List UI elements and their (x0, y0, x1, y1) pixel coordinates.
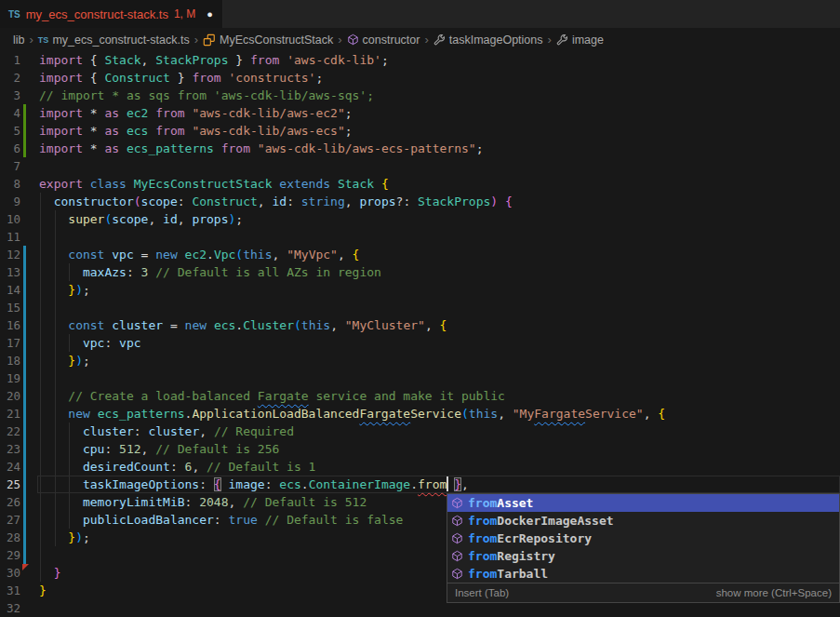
code-text[interactable]: import * as ecs_patterns from "aws-cdk-l… (39, 140, 840, 157)
code-text[interactable]: constructor(scope: Construct, id: string… (39, 193, 840, 210)
code-text[interactable]: const cluster = new ecs.Cluster(this, "M… (39, 316, 840, 334)
gutter[interactable]: 1 (0, 51, 39, 69)
code-text[interactable]: maxAzs: 3 // Default is all AZs in regio… (39, 263, 840, 281)
code-line-13[interactable]: 13 maxAzs: 3 // Default is all AZs in re… (0, 263, 840, 281)
gutter[interactable]: 11 (0, 228, 39, 246)
unsaved-changes-dot-icon[interactable]: ● (207, 8, 213, 20)
code-text[interactable]: super(scope, id, props); (39, 210, 840, 228)
gutter[interactable]: 23 (0, 440, 39, 458)
code-token: ; (381, 53, 389, 67)
gutter[interactable]: 8 (0, 175, 39, 193)
code-line-18[interactable]: 18 }); (0, 352, 840, 369)
code-line-16[interactable]: 16 const cluster = new ecs.Cluster(this,… (0, 316, 840, 334)
code-line-14[interactable]: 14 }); (0, 281, 840, 299)
code-line-23[interactable]: 23 cpu: 512, // Default is 256 (0, 440, 840, 458)
code-text[interactable] (39, 157, 840, 175)
code-line-17[interactable]: 17 vpc: vpc (0, 334, 840, 352)
code-text[interactable]: import * as ecs from "aws-cdk-lib/aws-ec… (39, 122, 840, 140)
gutter[interactable]: 2 (0, 69, 39, 87)
code-text[interactable]: }); (39, 352, 840, 369)
code-line-3[interactable]: 3// import * as sqs from 'aws-cdk-lib/aw… (0, 87, 840, 104)
code-text[interactable] (39, 228, 840, 246)
code-line-20[interactable]: 20 // Create a load-balanced Fargate ser… (0, 387, 840, 405)
code-line-15[interactable]: 15 (0, 299, 840, 316)
code-line-8[interactable]: 8export class MyEcsConstructStack extend… (0, 175, 840, 193)
gutter[interactable]: 28 (0, 529, 39, 546)
code-line-22[interactable]: 22 cluster: cluster, // Required (0, 423, 840, 440)
code-line-9[interactable]: 9 constructor(scope: Construct, id: stri… (0, 193, 840, 210)
code-line-7[interactable]: 7 (0, 157, 840, 175)
code-line-25[interactable]: 25 taskImageOptions: { image: ecs.Contai… (0, 476, 840, 493)
gutter[interactable]: 10 (0, 210, 39, 228)
code-editor[interactable]: 1import { Stack, StackProps } from 'aws-… (0, 51, 840, 617)
gutter[interactable]: 6 (0, 140, 39, 157)
gutter[interactable]: 7 (0, 157, 39, 175)
code-text[interactable]: taskImageOptions: { image: ecs.Container… (39, 476, 840, 493)
suggest-item-fromRegistry[interactable]: fromRegistry (447, 547, 839, 565)
gutter[interactable]: 17 (0, 334, 39, 352)
breadcrumb-item-lib[interactable]: lib (13, 34, 25, 47)
gutter[interactable]: 31 (0, 582, 39, 599)
code-text[interactable]: // Create a load-balanced Fargate servic… (39, 387, 840, 405)
suggest-item-fromEcrRepository[interactable]: fromEcrRepository (447, 530, 839, 547)
code-line-10[interactable]: 10 super(scope, id, props); (0, 210, 840, 228)
gutter[interactable]: 19 (0, 369, 39, 387)
code-text[interactable]: cluster: cluster, // Required (39, 423, 840, 440)
gutter[interactable]: 13 (0, 263, 39, 281)
gutter[interactable]: 21 (0, 405, 39, 423)
gutter[interactable]: 29 (0, 546, 39, 564)
breadcrumb-item-my-ecs-construct-stack-ts[interactable]: TSmy_ecs_construct-stack.ts (38, 34, 190, 47)
code-text[interactable]: cpu: 512, // Default is 256 (39, 440, 840, 458)
code-text[interactable]: export class MyEcsConstructStack extends… (39, 175, 840, 193)
code-text[interactable]: }); (39, 281, 840, 299)
code-line-4[interactable]: 4import * as ec2 from "aws-cdk-lib/aws-e… (0, 104, 840, 122)
code-text[interactable]: desiredCount: 6, // Default is 1 (39, 458, 840, 476)
gutter[interactable]: 14 (0, 281, 39, 299)
code-token: ( (134, 194, 141, 208)
suggest-item-fromAsset[interactable]: fromAsset (447, 494, 839, 512)
code-line-11[interactable]: 11 (0, 228, 840, 246)
gutter[interactable]: 18 (0, 352, 39, 369)
gutter[interactable]: 22 (0, 423, 39, 440)
gutter[interactable]: 30 (0, 564, 39, 582)
gutter[interactable]: 32 (0, 599, 39, 617)
code-text[interactable]: const vpc = new ec2.Vpc(this, "MyVpc", { (39, 246, 840, 263)
breadcrumb-item-constructor[interactable]: constructor (347, 34, 420, 47)
code-token: // Default is 1 (207, 460, 315, 474)
gutter[interactable]: 25 (0, 476, 39, 493)
code-line-2[interactable]: 2import { Construct } from 'constructs'; (0, 69, 840, 87)
code-text[interactable]: vpc: vpc (39, 334, 840, 352)
breadcrumb-item-image[interactable]: image (556, 34, 604, 47)
code-line-19[interactable]: 19 (0, 369, 840, 387)
gutter[interactable]: 9 (0, 193, 39, 210)
code-line-21[interactable]: 21 new ecs_patterns.ApplicationLoadBalan… (0, 405, 840, 423)
code-line-12[interactable]: 12 const vpc = new ec2.Vpc(this, "MyVpc"… (0, 246, 840, 263)
code-text[interactable]: import { Construct } from 'constructs'; (39, 69, 840, 87)
tab-my-ecs-construct-stack[interactable]: TS my_ecs_construct-stack.ts 1, M ● (0, 0, 223, 28)
code-text[interactable]: new ecs_patterns.ApplicationLoadBalanced… (39, 405, 840, 423)
breadcrumb-item-taskimageoptions[interactable]: taskImageOptions (433, 34, 543, 47)
gutter[interactable]: 16 (0, 316, 39, 334)
gutter[interactable]: 20 (0, 387, 39, 405)
gutter[interactable]: 4 (0, 104, 39, 122)
gutter[interactable]: 5 (0, 122, 39, 140)
code-line-5[interactable]: 5import * as ecs from "aws-cdk-lib/aws-e… (0, 122, 840, 140)
gutter[interactable]: 15 (0, 299, 39, 316)
suggest-show-more-hint[interactable]: show more (Ctrl+Space) (716, 587, 832, 598)
suggest-item-fromDockerImageAsset[interactable]: fromDockerImageAsset (447, 512, 839, 530)
gutter[interactable]: 3 (0, 87, 39, 104)
code-line-1[interactable]: 1import { Stack, StackProps } from 'aws-… (0, 51, 840, 69)
gutter[interactable]: 26 (0, 493, 39, 511)
gutter[interactable]: 24 (0, 458, 39, 476)
breadcrumb-item-myecsconstructstack[interactable]: MyEcsConstructStack (203, 34, 333, 47)
code-line-24[interactable]: 24 desiredCount: 6, // Default is 1 (0, 458, 840, 476)
suggest-item-fromTarball[interactable]: fromTarball (447, 565, 839, 583)
code-text[interactable] (39, 299, 840, 316)
code-text[interactable]: // import * as sqs from 'aws-cdk-lib/aws… (39, 87, 840, 104)
code-text[interactable]: import { Stack, StackProps } from 'aws-c… (39, 51, 840, 69)
code-text[interactable]: import * as ec2 from "aws-cdk-lib/aws-ec… (39, 104, 840, 122)
gutter[interactable]: 27 (0, 511, 39, 529)
code-line-6[interactable]: 6import * as ecs_patterns from "aws-cdk-… (0, 140, 840, 157)
code-text[interactable] (39, 369, 840, 387)
gutter[interactable]: 12 (0, 246, 39, 263)
